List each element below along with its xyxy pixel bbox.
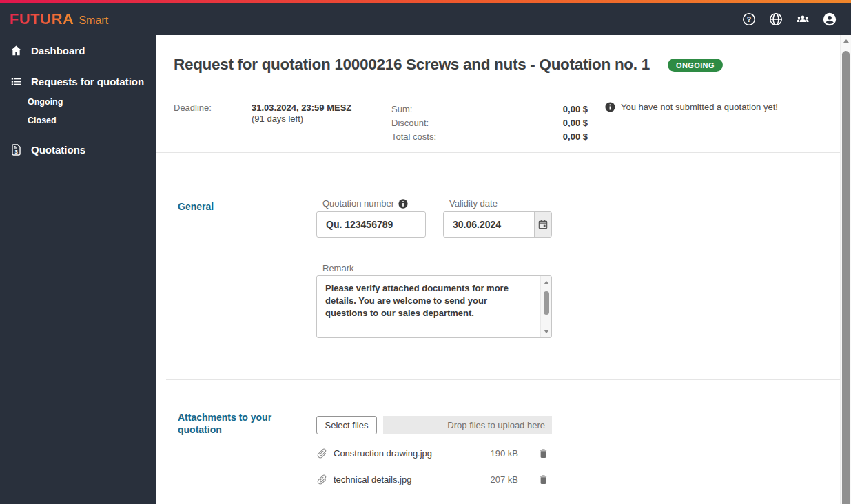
sidebar-item-requests[interactable]: Requests for quotation (0, 70, 156, 92)
sidebar-subitem-ongoing[interactable]: Ongoing (0, 92, 156, 111)
totals-row-sum: Sum: 0,00 $ (391, 103, 588, 116)
sidebar-item-quotations[interactable]: $ Quotations (0, 138, 156, 160)
validity-date-field (443, 211, 552, 238)
scroll-up-icon[interactable] (841, 39, 851, 43)
validity-date-input[interactable] (444, 212, 534, 237)
quotation-number-input[interactable] (316, 211, 426, 238)
info-message: You have not submitted a quotation yet! (621, 102, 778, 112)
remark-scrollbar[interactable] (540, 276, 551, 337)
info-icon[interactable] (398, 199, 408, 209)
info-icon (605, 102, 615, 112)
remark-label: Remark (322, 263, 354, 273)
delete-attachment-icon[interactable] (537, 448, 549, 459)
deadline-value: 31.03.2024, 23:59 MESZ (252, 103, 351, 113)
svg-text:?: ? (747, 15, 751, 23)
list-icon (10, 75, 23, 88)
submission-info: You have not submitted a quotation yet! (605, 102, 778, 112)
logo-suffix: Smart (79, 14, 108, 27)
select-files-button[interactable]: Select files (316, 416, 377, 434)
scroll-down-icon[interactable] (541, 326, 551, 336)
paperclip-icon (316, 474, 328, 485)
section-divider (166, 379, 840, 380)
calendar-icon (537, 219, 548, 230)
language-globe-icon[interactable] (768, 12, 783, 27)
validity-date-label: Validity date (449, 198, 498, 209)
deadline-label: Deadline: (174, 103, 252, 124)
scroll-thumb[interactable] (544, 291, 549, 315)
section-divider (156, 152, 840, 153)
top-header: FUTURA Smart ? (0, 3, 851, 35)
remark-text: Please verify attached documents for mor… (317, 276, 540, 337)
sidebar-nav: Dashboard Requests for quotation Ongoing… (0, 35, 156, 504)
attachment-size: 190 kB (491, 448, 518, 459)
attachment-name[interactable]: technical details.jpg (334, 474, 491, 485)
main-content: Request for quotation 10000216 Screws an… (156, 35, 840, 504)
logo-text: FUTURA (10, 10, 74, 28)
sidebar-item-dashboard[interactable]: Dashboard (0, 39, 156, 61)
paperclip-icon (316, 448, 328, 459)
totals-row-discount: Discount: 0,00 $ (391, 116, 588, 130)
attachment-size: 207 kB (491, 474, 518, 485)
attachments-section-title: Attachments to your quotation (178, 411, 295, 436)
sidebar-item-label: Requests for quotation (31, 76, 144, 87)
help-icon[interactable]: ? (741, 12, 757, 27)
title-row: Request for quotation 10000216 Screws an… (174, 56, 830, 74)
home-icon (10, 44, 23, 57)
users-group-icon[interactable] (795, 12, 810, 27)
delete-attachment-icon[interactable] (537, 474, 549, 485)
remark-textarea[interactable]: Please verify attached documents for mor… (316, 275, 552, 338)
deadline-block: Deadline: 31.03.2024, 23:59 MESZ (91 day… (174, 103, 351, 124)
page-scrollbar[interactable] (840, 35, 851, 504)
general-section-title: General (178, 201, 214, 212)
file-dropzone[interactable]: Drop files to upload here (383, 416, 552, 434)
app-window: FUTURA Smart ? Dashboard Requests for (0, 0, 851, 504)
app-logo: FUTURA Smart (10, 10, 108, 28)
deadline-remaining: (91 days left) (252, 114, 351, 124)
page-title: Request for quotation 10000216 Screws an… (174, 56, 650, 74)
sidebar-subitem-closed[interactable]: Closed (0, 111, 156, 129)
sidebar-item-label: Quotations (31, 144, 85, 156)
status-badge: ONGOING (668, 59, 723, 72)
account-icon[interactable] (822, 12, 837, 27)
svg-text:$: $ (14, 148, 18, 154)
sidebar-item-label: Dashboard (31, 45, 85, 56)
summary-section: Deadline: 31.03.2024, 23:59 MESZ (91 day… (156, 101, 840, 152)
header-icon-bar: ? (741, 12, 841, 27)
totals-block: Sum: 0,00 $ Discount: 0,00 $ Total costs… (391, 103, 588, 144)
attachment-name[interactable]: Construction drawing.jpg (334, 448, 491, 459)
quotation-number-label: Quotation number (322, 198, 408, 209)
quote-document-icon: $ (10, 143, 23, 156)
calendar-picker-button[interactable] (534, 212, 551, 237)
scroll-thumb[interactable] (842, 51, 850, 504)
totals-row-total: Total costs: 0,00 $ (391, 130, 588, 144)
attachment-row: Construction drawing.jpg 190 kB (316, 445, 549, 461)
scroll-up-icon[interactable] (541, 277, 551, 287)
attachment-row: technical details.jpg 207 kB (316, 472, 549, 487)
